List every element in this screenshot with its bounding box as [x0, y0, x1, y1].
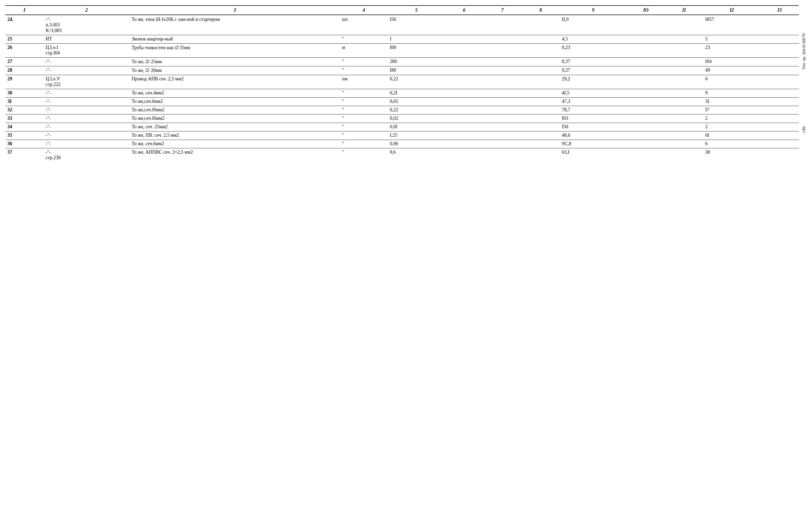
- cell-7-5: [445, 98, 483, 106]
- table-row: 36-"-То же, сеч.6мм2"0,06SC,86: [5, 140, 799, 148]
- cell-9-0: 33: [5, 115, 44, 123]
- cell-9-12: [760, 115, 799, 123]
- table-header-row: I 2 3 4 5 6 7 8 9 IO II I2 I3: [5, 5, 799, 15]
- cell-5-5: [445, 75, 483, 89]
- cell-13-8: 63,I: [560, 148, 627, 162]
- cell-13-2: То же, АППВС сеч. 2×2,5 мм2: [130, 148, 340, 162]
- cell-11-2: То же, ПВ. сеч. 2,5 мм2: [130, 131, 340, 140]
- cell-9-7: [521, 115, 560, 123]
- cell-9-9: [627, 115, 665, 123]
- cell-7-2: То же,сеч.6мм2: [130, 98, 340, 106]
- cell-5-8: 29,2: [560, 75, 627, 89]
- cell-12-8: SC,8: [560, 140, 627, 148]
- cell-7-10: [665, 98, 703, 106]
- cell-8-0: 32: [5, 106, 44, 115]
- cell-3-3: ": [340, 58, 388, 66]
- table-row: 37-"-стр.230То же, АППВС сеч. 2×2,5 мм2"…: [5, 148, 799, 162]
- cell-6-4: 0,2I: [388, 89, 445, 98]
- cell-12-12: [760, 140, 799, 148]
- cell-6-6: [483, 89, 522, 98]
- cell-7-4: 0,65: [388, 98, 445, 106]
- cell-11-11: 6I: [703, 131, 760, 140]
- cell-0-7: [521, 15, 560, 35]
- cell-5-2: Провод АПВ сеч. 2,5 мм2: [130, 75, 340, 89]
- cell-5-0: 29: [5, 75, 44, 89]
- cell-2-5: [445, 44, 483, 58]
- cell-8-5: [445, 106, 483, 115]
- cell-7-8: 47,3: [560, 98, 627, 106]
- cell-11-8: 48,6: [560, 131, 627, 140]
- cell-12-10: [665, 140, 703, 148]
- col-header-8: 8: [521, 5, 560, 15]
- cell-0-10: [665, 15, 703, 35]
- cell-7-7: [521, 98, 560, 106]
- cell-2-11: 23: [703, 44, 760, 58]
- cell-3-6: [483, 58, 522, 66]
- cell-3-5: [445, 58, 483, 66]
- table-row: 29Ц.I,ч.Устр.222Провод АПВ сеч. 2,5 мм2п…: [5, 75, 799, 89]
- cell-7-9: [627, 98, 665, 106]
- col-header-3: 3: [130, 5, 340, 15]
- cell-1-2: Звонок квартир-ный: [130, 35, 340, 44]
- cell-12-7: [521, 140, 560, 148]
- cell-9-10: [665, 115, 703, 123]
- cell-0-0: 24.: [5, 15, 44, 35]
- cell-6-9: [627, 89, 665, 98]
- cell-11-1: -"-: [44, 131, 130, 140]
- cell-0-11: I857: [703, 15, 760, 35]
- cell-8-8: 78,7: [560, 106, 627, 115]
- cell-1-3: ": [340, 35, 388, 44]
- cell-6-2: То же, сеч.4мм2: [130, 89, 340, 98]
- cell-4-4: I80: [388, 66, 445, 75]
- cell-10-5: [445, 123, 483, 131]
- cell-2-3: м: [340, 44, 388, 58]
- cell-13-11: 38: [703, 148, 760, 162]
- cell-7-3: ": [340, 98, 388, 106]
- col-header-10: IO: [627, 5, 665, 15]
- cell-2-7: [521, 44, 560, 58]
- cell-1-7: [521, 35, 560, 44]
- cell-6-7: [521, 89, 560, 98]
- cell-12-3: ": [340, 140, 388, 148]
- cell-6-1: -"-: [44, 89, 130, 98]
- cell-1-6: [483, 35, 522, 44]
- cell-8-1: -"-: [44, 106, 130, 115]
- table-row: 25ИТЗвонок квартир-ный"I4,55: [5, 35, 799, 44]
- cell-4-8: 0,27: [560, 66, 627, 75]
- page-container: I 2 3 4 5 6 7 8 9 IO II I2 I3 24.-"-п.3-…: [5, 5, 807, 162]
- cell-11-12: [760, 131, 799, 140]
- cell-8-4: 0,22: [388, 106, 445, 115]
- cell-6-8: 4I,5: [560, 89, 627, 98]
- cell-9-11: 2: [703, 115, 760, 123]
- cell-12-9: [627, 140, 665, 148]
- cell-6-12: [760, 89, 799, 98]
- cell-11-10: [665, 131, 703, 140]
- cell-11-6: [483, 131, 522, 140]
- cell-5-9: [627, 75, 665, 89]
- col-header-11: II: [665, 5, 703, 15]
- table-row: 34-"-То же, сеч. 25мм2"0,0II502: [5, 123, 799, 131]
- table-row: 30-"-То же, сеч.4мм2"0,2I4I,59: [5, 89, 799, 98]
- col-header-7: 7: [483, 5, 522, 15]
- cell-10-2: То же, сеч. 25мм2: [130, 123, 340, 131]
- cell-10-8: I50: [560, 123, 627, 131]
- cell-4-6: [483, 66, 522, 75]
- cell-12-11: 6: [703, 140, 760, 148]
- cell-11-0: 35: [5, 131, 44, 140]
- table-row: 35-"-То же, ПВ. сеч. 2,5 мм2"I,2548,66I: [5, 131, 799, 140]
- cell-0-4: I56: [388, 15, 445, 35]
- side-label-top: Тпп. пр. 264-I2-II8/76: [802, 33, 806, 70]
- cell-12-5: [445, 140, 483, 148]
- cell-0-5: [445, 15, 483, 35]
- cell-7-12: [760, 98, 799, 106]
- cell-6-0: 30: [5, 89, 44, 98]
- cell-10-9: [627, 123, 665, 131]
- cell-2-9: [627, 44, 665, 58]
- cell-2-6: [483, 44, 522, 58]
- cell-0-1: -"-п.3-I03K=I,083: [44, 15, 130, 35]
- cell-0-6: [483, 15, 522, 35]
- cell-4-2: То же, ∅ 20мм: [130, 66, 340, 75]
- cell-1-10: [665, 35, 703, 44]
- cell-7-0: 3I: [5, 98, 44, 106]
- col-header-13: I3: [760, 5, 799, 15]
